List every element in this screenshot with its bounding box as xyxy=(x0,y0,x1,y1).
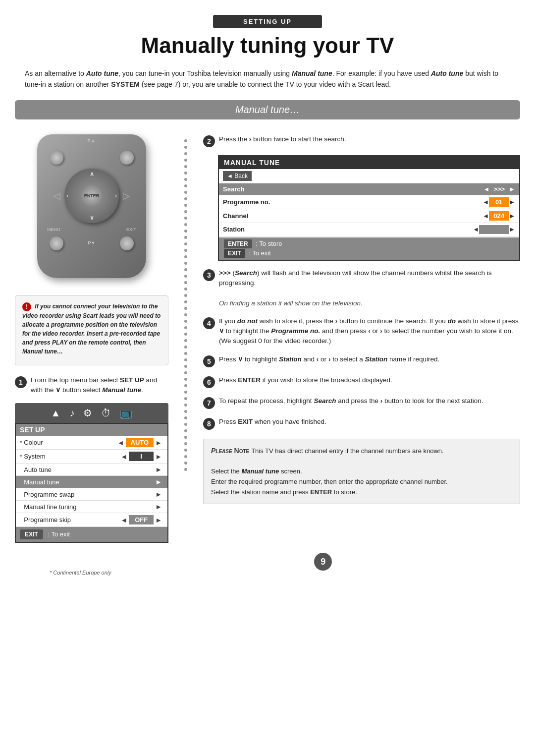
step3-row: 3 >>> (Search) will flash and the televi… xyxy=(203,268,520,308)
step4-row: 4 If you do not wish to store it, press … xyxy=(203,316,520,347)
page-title: Manually tuning your TV xyxy=(20,33,515,58)
step5-row: 5 Press ∨ to highlight Station and ‹ or … xyxy=(203,354,520,367)
menu-icon-picture: ▲ xyxy=(51,407,61,419)
setup-header: SET UP xyxy=(16,424,167,436)
menu-icon-sound: ♪ xyxy=(69,407,74,419)
exit-key: EXIT xyxy=(224,249,245,258)
exit-label: EXIT xyxy=(126,227,136,232)
setup-row-progskip: * Programme skip ◄ OFF ► xyxy=(16,513,167,527)
please-note-text2: Select the Manual tune screen. xyxy=(211,467,302,475)
footnote: * Continental Europe only xyxy=(50,570,111,576)
please-note-text3: Enter the required programme number, the… xyxy=(211,478,448,485)
step7-content: To repeat the process, highlight Search … xyxy=(219,396,520,406)
remote-dpad: ENTER ∧ ∨ ‹ › xyxy=(64,169,119,223)
intro-text: As an alternative to Auto tune, you can … xyxy=(25,68,510,90)
setup-table: SET UP * Colour ◄ AUTO ► * System ◄ I ► … xyxy=(15,423,168,543)
exit-button-label: EXIT xyxy=(20,529,43,539)
remote-left-icon: ◁ xyxy=(54,190,60,201)
step6-number: 6 xyxy=(203,376,215,388)
step3-content: >>> (Search) will flash and the televisi… xyxy=(219,268,520,308)
dpad-left-icon: ‹ xyxy=(66,192,68,199)
tune-row-search: Search ◄ >>> ► xyxy=(219,183,519,195)
menu-icons-bar: ▲ ♪ ⚙ ⏱ 📺 xyxy=(15,403,168,423)
setup-row-colour: * Colour ◄ AUTO ► xyxy=(16,436,167,450)
dots-separator xyxy=(178,124,193,543)
remote-btn-bottom-left xyxy=(50,236,63,250)
setup-row-manualtune: * Manual tune ► xyxy=(16,476,167,488)
step5-number: 5 xyxy=(203,355,215,367)
step8-number: 8 xyxy=(203,418,215,430)
setup-row-finetune: * Manual fine tuning ► xyxy=(16,501,167,513)
setup-row-progswap: * Programme swap ► xyxy=(16,488,167,501)
please-note-box: Please Note This TV has direct channel e… xyxy=(203,439,520,504)
menu-icon-settings: ⚙ xyxy=(83,407,92,419)
right-column: 2 Press the › button twice to start the … xyxy=(203,124,520,543)
step4-number: 4 xyxy=(203,317,215,329)
please-note-text1: This TV has direct channel entry if the … xyxy=(251,447,444,455)
step1-content: From the top menu bar select SET UP and … xyxy=(31,375,168,396)
remote-btn-top-left xyxy=(50,151,63,165)
left-column: P▲ ◁ ENTER ∧ ∨ ‹ xyxy=(15,124,168,543)
manual-tune-header: MANUAL TUNE xyxy=(219,156,519,169)
dpad-up-icon: ∧ xyxy=(90,171,94,177)
dpad-right-icon: › xyxy=(115,192,117,199)
enter-exit-box: ENTER : To store EXIT : To exit xyxy=(219,237,519,260)
setting-up-banner: SETTING UP xyxy=(0,15,535,28)
step8-row: 8 Press EXIT when you have finished. xyxy=(203,417,520,430)
remote-control-image: P▲ ◁ ENTER ∧ ∨ ‹ xyxy=(27,134,156,288)
warning-text: If you cannot connect your television to… xyxy=(22,303,160,355)
warning-box: ! If you cannot connect your television … xyxy=(15,295,168,365)
step4-content: If you do not wish to store it, press th… xyxy=(219,316,520,347)
please-note-title: Please Note xyxy=(211,447,251,455)
menu-icon-tv: 📺 xyxy=(120,407,132,419)
step6-row: 6 Press ENTER if you wish to store the b… xyxy=(203,375,520,388)
step6-content: Press ENTER if you wish to store the bro… xyxy=(219,375,520,385)
step2-number: 2 xyxy=(203,135,215,147)
step7-row: 7 To repeat the process, highlight Searc… xyxy=(203,396,520,409)
please-note-text4: Select the station name and press ENTER … xyxy=(211,488,357,496)
remote-btn-top-right xyxy=(120,151,134,165)
remote-btn-bottom-right xyxy=(120,236,134,250)
section-header: Manual tune… xyxy=(15,100,520,119)
menu-label: MENU xyxy=(47,227,60,232)
step8-content: Press EXIT when you have finished. xyxy=(219,417,520,427)
step7-number: 7 xyxy=(203,397,215,409)
setup-row-autotune: * Auto tune ► xyxy=(16,464,167,476)
dpad-down-icon: ∨ xyxy=(90,214,94,221)
step1-row: 1 From the top menu bar select SET UP an… xyxy=(15,375,168,396)
page-number: 9 xyxy=(314,553,332,571)
step2-row: 2 Press the › button twice to start the … xyxy=(203,134,520,147)
pv-label: P▼ xyxy=(88,236,96,250)
menu-icon-timer: ⏱ xyxy=(101,407,111,419)
step2-content: Press the › button twice to start the se… xyxy=(219,134,520,144)
enter-key: ENTER xyxy=(224,239,252,248)
step5-content: Press ∨ to highlight Station and ‹ or › … xyxy=(219,354,520,364)
setup-exit-row: EXIT : To exit xyxy=(16,527,167,542)
step1-number: 1 xyxy=(15,376,27,388)
tune-row-programme-no: Programme no. ◄ 01 ► xyxy=(219,195,519,209)
setup-row-system: * System ◄ I ► xyxy=(16,450,167,464)
tune-row-station: Station ◄ -------- ► xyxy=(219,223,519,236)
step3-number: 3 xyxy=(203,269,215,281)
tune-row-back: ◄ Back xyxy=(219,169,519,183)
remote-right-icon: ▷ xyxy=(123,190,130,201)
manual-tune-box: MANUAL TUNE ◄ Back Search ◄ >>> ► Progra… xyxy=(218,155,520,261)
warning-icon: ! xyxy=(22,302,31,311)
tune-row-channel: Channel ◄ 024 ► xyxy=(219,209,519,223)
